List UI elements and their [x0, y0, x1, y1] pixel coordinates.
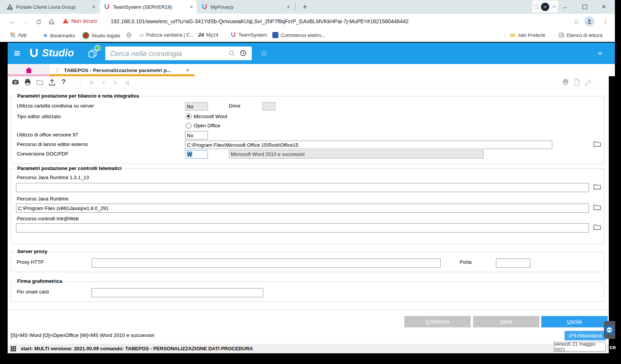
bookmark-label: App: [18, 32, 27, 38]
bookmark-commercio[interactable]: Commercio elettro...: [272, 32, 325, 38]
teamviewer-panel-tab[interactable]: [604, 321, 615, 339]
bookmark-label: Elenco di lettura: [567, 32, 602, 38]
uscita-button[interactable]: Uscita: [541, 316, 608, 327]
varia-button[interactable]: Varia: [473, 316, 539, 327]
nav-first-icon[interactable]: |<: [90, 80, 93, 85]
bookmarks-bar: App ★ Bookmarks Studio legale cx Polizza…: [0, 29, 615, 42]
bookmark-studio-legale[interactable]: Studio legale: [82, 32, 120, 39]
clock-history-icon[interactable]: [240, 50, 247, 57]
start-grid-icon[interactable]: [11, 346, 16, 351]
abbandona-button[interactable]: sF9 Abbandona: [565, 331, 606, 340]
java13-input[interactable]: [16, 183, 589, 192]
bookmark-app[interactable]: App: [10, 32, 27, 38]
window-restore-button[interactable]: [579, 1, 590, 13]
window-close-button[interactable]: ×: [598, 1, 610, 13]
collapse-chevron-icon[interactable]: [595, 50, 605, 56]
section-legend: Server proxy: [15, 249, 50, 254]
editor-label: Tipo editor utilizzato: [17, 114, 61, 119]
search-icon[interactable]: [228, 50, 235, 57]
bookmark-star-icon[interactable]: ☆: [571, 17, 581, 27]
chevron-down-icon[interactable]: [552, 4, 557, 9]
profile-avatar[interactable]: [584, 16, 594, 26]
favorite-star-icon[interactable]: ☆: [55, 67, 60, 74]
my24-icon: 24: [198, 32, 204, 38]
bookmark-label: Commercio elettro...: [281, 32, 325, 38]
url-text[interactable]: 192.168.0.101/www/enc_url?u=aG-341YdSb-Q…: [111, 18, 549, 24]
browser-menu-icon[interactable]: ⋮: [600, 16, 610, 26]
new-document-icon[interactable]: [573, 78, 581, 86]
browse-folder-icon[interactable]: [593, 223, 602, 231]
new-tab-button[interactable]: +: [300, 2, 310, 12]
upload-icon[interactable]: [48, 78, 56, 86]
bookmark-globe[interactable]: [126, 32, 132, 38]
close-tab-icon[interactable]: ×: [287, 4, 290, 10]
percorso-editor-input[interactable]: [185, 141, 552, 149]
bookmark-bookmarks[interactable]: ★ Bookmarks: [43, 32, 75, 39]
help-button[interactable]: ?: [62, 79, 66, 85]
browse-folder-icon[interactable]: [593, 140, 602, 148]
restore-icon: [582, 5, 587, 9]
java-input[interactable]: [16, 204, 589, 213]
reading-list-button[interactable]: Elenco di lettura: [558, 32, 602, 38]
close-tab-icon[interactable]: ×: [186, 67, 189, 73]
globe-icon: [126, 32, 132, 38]
corner-text: ce: [610, 344, 616, 350]
screen: Portale Clienti Levia Group × TeamSystem…: [0, 0, 621, 364]
print-pdf-icon[interactable]: [561, 78, 570, 86]
browser-tab-title: Portale Clienti Levia Group: [16, 4, 89, 10]
proxy-input[interactable]: [92, 258, 441, 268]
close-tab-icon[interactable]: ×: [190, 4, 193, 10]
omnibox-divider: [106, 18, 106, 25]
browse-folder-icon[interactable]: [593, 182, 602, 191]
java-label: Percorso Java Runtime: [17, 196, 68, 202]
office97-label: Utilizzo di office versione 97: [17, 132, 78, 138]
security-indicator[interactable]: Non sicuro: [63, 18, 97, 24]
nav-prev-icon[interactable]: <: [102, 80, 105, 85]
porta-input[interactable]: [496, 258, 530, 268]
conferma-button[interactable]: Conferma: [404, 316, 471, 327]
browser-tab-myprivacy[interactable]: MyPrivacy ×: [198, 0, 294, 14]
home-icon[interactable]: [47, 17, 56, 27]
edit-pencil-icon[interactable]: [584, 78, 592, 86]
intraweb-input[interactable]: [16, 223, 589, 233]
bookmark-teamsystem[interactable]: TeamSystem: [230, 32, 267, 38]
form-bottom-divider: [8, 310, 609, 310]
bookmark-label: TeamSystem: [238, 32, 267, 38]
cartella-label: Utilizza cartella condivisa su server: [17, 103, 94, 109]
radio-open-office-label: Open Office: [194, 123, 220, 128]
history-search-box: [105, 47, 252, 60]
browser-tab-portale[interactable]: Portale Clienti Levia Group ×: [3, 0, 99, 14]
person-icon: [586, 18, 592, 24]
proxy-label: Proxy HTTP: [17, 259, 44, 265]
drive-input: [262, 102, 275, 111]
dots-grid-icon[interactable]: [534, 4, 539, 10]
screenshot-camera-icon[interactable]: [11, 78, 19, 86]
history-search-input[interactable]: [109, 47, 225, 60]
print-icon[interactable]: [24, 78, 32, 86]
back-icon[interactable]: ←: [8, 16, 18, 26]
radio-microsoft-word-label: Microsoft Word: [194, 114, 227, 119]
bookmark-my24[interactable]: 24 My24: [198, 32, 218, 38]
radio-microsoft-word[interactable]: [186, 114, 191, 119]
office97-input[interactable]: [185, 131, 208, 140]
triangle-favicon: [7, 4, 13, 10]
studio-logo-text: Studio: [42, 47, 74, 59]
hamburger-menu-icon[interactable]: [13, 49, 21, 58]
window-minimize-button[interactable]: –: [559, 1, 571, 13]
browse-folder-icon[interactable]: [593, 203, 602, 212]
reload-icon[interactable]: [34, 17, 43, 27]
pin-input[interactable]: [92, 288, 263, 297]
favorites-star-icon[interactable]: ☆: [260, 48, 268, 58]
forward-icon[interactable]: →: [21, 16, 31, 26]
bookmark-polizza[interactable]: cx Polizza sanitaria | C...: [140, 32, 194, 38]
nav-last-icon[interactable]: >|: [125, 80, 129, 85]
browser-profile-badge[interactable]: [541, 3, 549, 11]
section-legend: Parametri postazione per bilancio e nota…: [15, 93, 141, 99]
folder-icon[interactable]: [36, 78, 44, 86]
browser-tab-teamsystem[interactable]: TeamSystem (SERVER19) ×: [100, 0, 197, 14]
bookmark-altri-preferiti[interactable]: Altri Preferiti: [510, 32, 545, 38]
radio-open-office[interactable]: [186, 123, 191, 128]
close-tab-icon[interactable]: ×: [92, 4, 95, 10]
conversione-input[interactable]: W: [185, 150, 208, 159]
nav-next-icon[interactable]: >: [114, 80, 116, 85]
